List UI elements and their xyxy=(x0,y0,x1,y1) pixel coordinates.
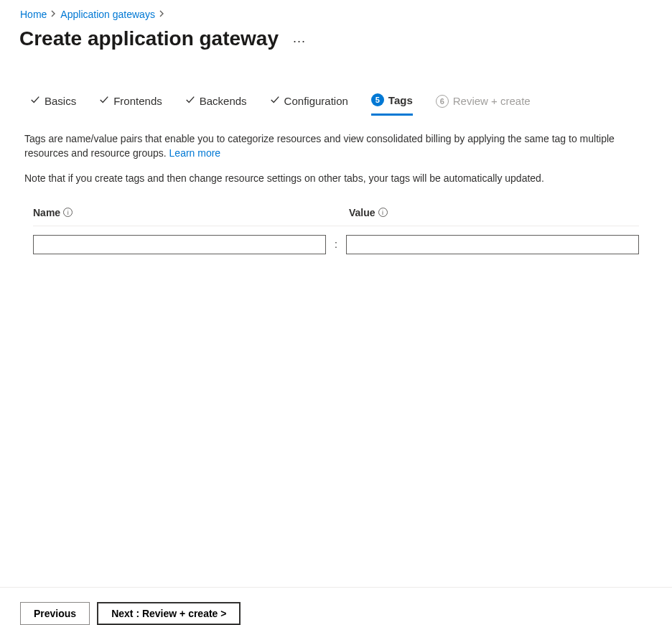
chevron-right-icon xyxy=(51,10,56,19)
next-button[interactable]: Next : Review + create > xyxy=(97,602,241,625)
tab-label: Review + create xyxy=(453,95,531,107)
tab-label: Frontends xyxy=(113,95,162,107)
chevron-right-icon xyxy=(159,10,164,19)
tab-label: Configuration xyxy=(284,95,348,107)
tab-tags[interactable]: 5 Tags xyxy=(371,93,413,116)
breadcrumb-application-gateways[interactable]: Application gateways xyxy=(60,9,155,20)
check-icon xyxy=(185,95,195,107)
check-icon xyxy=(30,95,40,107)
tab-backends[interactable]: Backends xyxy=(185,95,247,114)
step-number-icon: 5 xyxy=(371,93,384,106)
step-number-icon: 6 xyxy=(436,95,449,108)
more-icon[interactable]: ··· xyxy=(293,34,306,49)
tab-label: Backends xyxy=(200,95,247,107)
tab-content: Tags are name/value pairs that enable yo… xyxy=(0,116,639,254)
tags-table-header: Name i Value i xyxy=(33,207,639,226)
tab-label: Tags xyxy=(388,94,413,106)
wizard-footer: Previous Next : Review + create > xyxy=(0,587,672,625)
info-icon[interactable]: i xyxy=(378,208,388,217)
page-title: Create application gateway xyxy=(19,27,279,50)
breadcrumb: Home Application gateways xyxy=(0,0,672,20)
tag-row: : xyxy=(33,226,639,254)
tag-name-input[interactable] xyxy=(33,235,326,254)
tag-value-input[interactable] xyxy=(346,235,639,254)
tab-frontends[interactable]: Frontends xyxy=(99,95,162,114)
column-header-name: Name i xyxy=(33,207,349,218)
wizard-tabs: Basics Frontends Backends Configuration … xyxy=(0,50,672,116)
tab-review-create: 6 Review + create xyxy=(436,95,531,115)
check-icon xyxy=(99,95,109,107)
check-icon xyxy=(270,95,280,107)
previous-button[interactable]: Previous xyxy=(20,602,90,625)
description-text: Tags are name/value pairs that enable yo… xyxy=(24,133,615,159)
column-label: Value xyxy=(349,207,375,218)
column-label: Name xyxy=(33,207,60,218)
page-header: Create application gateway ··· xyxy=(0,20,672,50)
learn-more-link[interactable]: Learn more xyxy=(169,147,221,159)
info-icon[interactable]: i xyxy=(63,208,73,217)
breadcrumb-home[interactable]: Home xyxy=(20,9,47,20)
tab-configuration[interactable]: Configuration xyxy=(270,95,348,114)
tab-label: Basics xyxy=(45,95,76,107)
tags-description: Tags are name/value pairs that enable yo… xyxy=(24,131,639,161)
tags-table: Name i Value i : xyxy=(24,207,639,254)
tags-note: Note that if you create tags and then ch… xyxy=(24,171,639,185)
tab-basics[interactable]: Basics xyxy=(30,95,76,114)
column-header-value: Value i xyxy=(349,207,388,218)
colon-separator: : xyxy=(335,239,337,250)
